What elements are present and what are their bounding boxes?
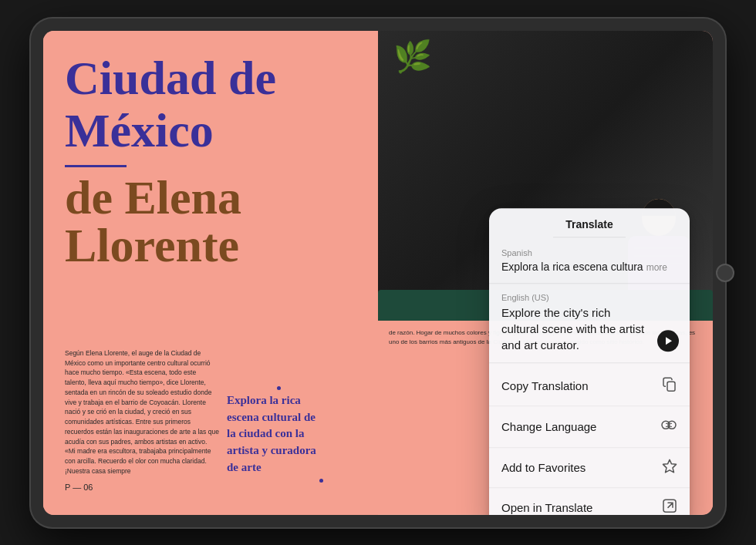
source-text-row: Explora la rica escena cultura more [501,260,677,274]
translate-popup: Translate Spanish Explora la rica escena… [489,208,690,515]
open-in-translate-label: Open in Translate [501,501,592,514]
arrow-square-icon [662,498,677,514]
translate-icon [660,416,677,437]
subtitle-line1: de Elena [65,173,356,221]
translated-section: English (US) Explore the city's rich cul… [489,284,690,363]
add-to-favorites-label: Add to Favorites [501,461,586,474]
popup-title-area: Translate [489,208,690,239]
change-language-label: Change Language [501,420,596,433]
ipad-frame: Ciudad de México de Elena Llorente Según… [31,19,725,527]
popup-title: Translate [553,208,625,237]
highlight-dot-bottom [319,479,323,483]
more-link[interactable]: more [646,262,667,273]
home-button[interactable] [716,264,734,282]
popup-actions: Copy Translation Change Language [489,363,690,514]
plant-decoration: 🌿 [393,39,432,75]
svg-rect-0 [667,382,675,391]
play-button[interactable] [657,330,679,352]
page-number: P — 06 [65,483,356,492]
copy-translation-action[interactable]: Copy Translation [489,366,690,406]
title-line1: Ciudad de [65,54,356,102]
source-lang-label: Spanish [501,248,677,257]
open-in-translate-action[interactable]: Open in Translate [489,488,690,514]
source-text: Explora la rica escena cultura [501,260,643,274]
ipad-screen: Ciudad de México de Elena Llorente Según… [43,31,713,515]
highlight-dot-top [277,386,281,390]
star-icon [662,458,677,477]
subtitle-line2: Llorente [65,221,356,269]
highlighted-article-text: Explora la rica escena cultural de la ci… [227,392,327,476]
translated-text: Explore the city's rich cultural scene w… [501,304,677,353]
left-page: Ciudad de México de Elena Llorente Según… [43,31,378,515]
title-line2: México [65,106,356,154]
body-text: Según Elena Llorente, el auge de la Ciud… [65,348,219,476]
source-section: Spanish Explora la rica escena cultura m… [489,239,690,284]
change-language-action[interactable]: Change Language [489,406,690,448]
right-page: 🌿 de razón. Hog [378,31,713,515]
add-to-favorites-action[interactable]: Add to Favorites [489,448,690,488]
play-icon [666,337,672,345]
target-lang-label: English (US) [501,293,677,302]
copy-translation-label: Copy Translation [501,379,589,392]
copy-icon [662,376,677,395]
svg-marker-3 [663,459,677,473]
title-divider [65,165,127,167]
